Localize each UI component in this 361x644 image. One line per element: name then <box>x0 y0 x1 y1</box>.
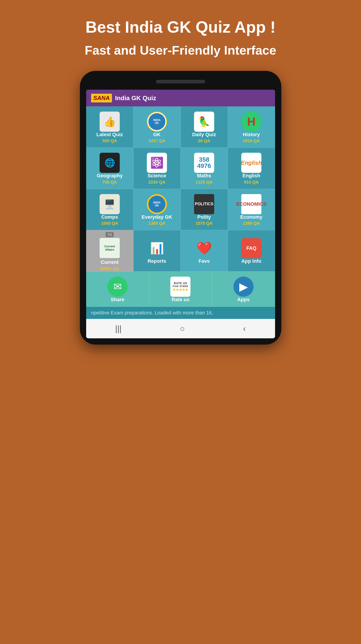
history-qa: 1910 QA <box>243 138 260 143</box>
latest-quiz-qa: 500 QA <box>102 138 117 143</box>
cell-rate-us[interactable]: RATE US FIVE STARS ★★★★★ Rate us <box>149 272 212 307</box>
apps-icon: ▶ <box>233 276 254 297</box>
grid-row-1: 👍 Latest Quiz 500 QA INDIAGK GK 1437 QA … <box>86 106 275 148</box>
polity-qa: 1570 QA <box>196 221 213 226</box>
daily-quiz-icon: 🦜 <box>194 112 214 132</box>
geography-icon: 🌐 <box>100 153 120 173</box>
gk-qa: 1437 QA <box>148 138 165 143</box>
reports-icon: 📊 <box>147 238 167 258</box>
nav-home-icon[interactable]: ○ <box>180 324 185 334</box>
phone-screen: SANA India GK Quiz 👍 Latest Quiz 500 QA … <box>86 90 275 338</box>
polity-icon: POLITICS <box>194 194 214 214</box>
share-label: Share <box>111 297 124 302</box>
cell-science[interactable]: ⚛️ Science 2230 QA <box>133 148 181 189</box>
comps-label: Comps <box>101 214 118 220</box>
economy-label: Economy <box>240 214 262 220</box>
cell-share[interactable]: ✉ Share <box>86 272 149 307</box>
page-subtitle: Fast and User-Friendly Interface <box>85 43 276 58</box>
app-info-label: App Info <box>241 258 261 264</box>
maths-qa: 1125 QA <box>196 180 213 185</box>
nav-back-icon[interactable]: ‹ <box>243 324 246 334</box>
science-icon: ⚛️ <box>147 153 167 173</box>
favs-icon: ❤️ <box>194 238 214 258</box>
gk-icon: INDIAGK <box>147 112 167 132</box>
cell-app-info[interactable]: FAQ App Info <box>228 230 275 271</box>
polity-label: Polity <box>197 214 211 220</box>
english-qa: 910 QA <box>244 180 258 185</box>
sana-logo: SANA <box>91 94 112 102</box>
grid-row-3: 🖥️ Comps 1000 QA INDIAGK Everyday GK 138… <box>86 189 275 230</box>
cell-latest-quiz[interactable]: 👍 Latest Quiz 500 QA <box>86 106 133 148</box>
economy-qa: 1390 QA <box>243 221 260 226</box>
cell-polity[interactable]: POLITICS Polity 1570 QA <box>181 189 228 230</box>
rate-us-icon: RATE US FIVE STARS ★★★★★ <box>170 276 190 297</box>
bottom-row: ✉ Share RATE US FIVE STARS ★★★★★ Rate us… <box>86 272 275 307</box>
app-header: SANA India GK Quiz <box>86 90 275 106</box>
latest-quiz-icon: 👍 <box>100 112 120 132</box>
maths-label: Maths <box>197 173 211 179</box>
cell-current[interactable]: Ad CurrentAffairs Current 5000+ QA <box>86 230 133 271</box>
cell-maths[interactable]: 358 4976 Maths 1125 QA <box>181 148 228 189</box>
cell-english[interactable]: English English 910 QA <box>228 148 275 189</box>
current-qa: 5000+ QA <box>100 266 119 271</box>
cell-everyday-gk[interactable]: INDIAGK Everyday GK 1380 QA <box>133 189 181 230</box>
history-label: History <box>243 132 260 138</box>
ad-badge: Ad <box>106 232 114 237</box>
daily-quiz-label: Daily Quiz <box>192 132 216 138</box>
phone-frame: SANA India GK Quiz 👍 Latest Quiz 500 QA … <box>80 71 281 344</box>
reports-label: Reports <box>148 258 166 264</box>
ticker-bar: npetitive Exam preparations. Loaded with… <box>86 307 275 319</box>
everyday-gk-label: Everyday GK <box>142 214 172 220</box>
nav-bar: ||| ○ ‹ <box>86 319 275 338</box>
english-icon: English <box>241 153 261 173</box>
comps-qa: 1000 QA <box>101 221 118 226</box>
geography-label: Geography <box>97 173 123 179</box>
share-icon: ✉ <box>107 276 128 297</box>
app-info-icon: FAQ <box>241 238 261 258</box>
geography-qa: 750 QA <box>102 180 117 185</box>
cell-gk[interactable]: INDIAGK GK 1437 QA <box>133 106 181 148</box>
grid-row-4: Ad CurrentAffairs Current 5000+ QA 📊 Rep… <box>86 230 275 271</box>
rate-us-label: Rate us <box>172 297 189 302</box>
grid-row-2: 🌐 Geography 750 QA ⚛️ Science 2230 QA 35… <box>86 148 275 189</box>
everyday-gk-qa: 1380 QA <box>148 221 165 226</box>
science-label: Science <box>148 173 166 179</box>
latest-quiz-label: Latest Quiz <box>97 132 123 138</box>
daily-quiz-qa: 20 QA <box>198 138 210 143</box>
cell-history[interactable]: H History 1910 QA <box>228 106 275 148</box>
cell-apps[interactable]: ▶ Apps <box>212 272 275 307</box>
cell-daily-quiz[interactable]: 🦜 Daily Quiz 20 QA <box>181 106 228 148</box>
cell-economy[interactable]: ECONOMICS Economy 1390 QA <box>228 189 275 230</box>
gk-label: GK <box>153 132 161 138</box>
phone-speaker <box>156 80 205 84</box>
cell-favs[interactable]: ❤️ Favs <box>181 230 228 271</box>
cell-comps[interactable]: 🖥️ Comps 1000 QA <box>86 189 133 230</box>
app-header-title: India GK Quiz <box>115 94 156 102</box>
maths-icon: 358 4976 <box>194 153 214 173</box>
cell-reports[interactable]: 📊 Reports <box>133 230 181 271</box>
current-icon: CurrentAffairs <box>100 238 120 258</box>
everyday-gk-icon: INDIAGK <box>147 194 167 214</box>
comps-icon: 🖥️ <box>100 194 120 214</box>
english-label: English <box>242 173 260 179</box>
page-title: Best India GK Quiz App ! <box>86 18 275 36</box>
science-qa: 2230 QA <box>148 180 165 185</box>
favs-label: Favs <box>199 258 210 264</box>
cell-geography[interactable]: 🌐 Geography 750 QA <box>86 148 133 189</box>
economy-icon: ECONOMICS <box>241 194 261 214</box>
nav-menu-icon[interactable]: ||| <box>115 324 122 334</box>
apps-label: Apps <box>237 297 249 302</box>
current-label: Current <box>101 260 118 265</box>
history-icon: H <box>241 112 261 132</box>
